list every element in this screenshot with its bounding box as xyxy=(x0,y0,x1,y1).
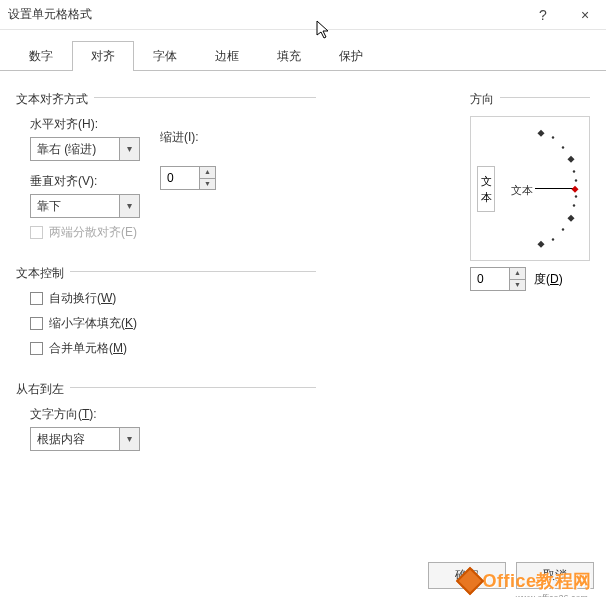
spin-down-icon[interactable]: ▼ xyxy=(200,179,215,190)
group-label-text-alignment: 文本对齐方式 xyxy=(16,91,94,108)
checkbox-shrink-to-fit[interactable]: 缩小字体填充(K) xyxy=(30,315,316,332)
window-title: 设置单元格格式 xyxy=(8,6,522,23)
group-text-alignment: 文本对齐方式 水平对齐(H): 靠右 (缩进) ▾ 缩进(I): xyxy=(16,89,316,257)
combo-horizontal-value: 靠右 (缩进) xyxy=(31,141,119,158)
svg-point-3 xyxy=(552,136,554,138)
checkbox-wrap-text-label: 自动换行(W) xyxy=(49,290,116,307)
tab-protection[interactable]: 保护 xyxy=(320,41,382,71)
checkbox-merge-cells[interactable]: 合并单元格(M) xyxy=(30,340,316,357)
svg-point-6 xyxy=(573,170,575,172)
label-degrees: 度(D) xyxy=(534,271,563,288)
group-label-orientation: 方向 xyxy=(470,91,500,108)
checkbox-justify-distributed: 两端分散对齐(E) xyxy=(30,224,316,241)
checkbox-icon xyxy=(30,226,43,239)
orientation-dial[interactable]: 文本 xyxy=(503,123,583,254)
tab-strip: 数字 对齐 字体 边框 填充 保护 xyxy=(0,30,606,71)
checkbox-shrink-to-fit-label: 缩小字体填充(K) xyxy=(49,315,137,332)
chevron-down-icon: ▾ xyxy=(119,195,139,217)
spinner-orientation-value: 0 xyxy=(471,272,509,286)
ok-button[interactable]: 确定 xyxy=(428,562,506,589)
svg-point-4 xyxy=(562,146,564,148)
svg-point-12 xyxy=(552,238,554,240)
svg-rect-10 xyxy=(567,215,574,222)
watermark-url: www.office26.com xyxy=(516,593,588,597)
spinner-indent-value: 0 xyxy=(161,171,199,185)
orientation-box[interactable]: 文本 文本 xyxy=(470,116,590,261)
checkbox-icon xyxy=(30,292,43,305)
spin-up-icon[interactable]: ▲ xyxy=(510,268,525,280)
titlebar: 设置单元格格式 ? × xyxy=(0,0,606,30)
help-button[interactable]: ? xyxy=(522,7,564,23)
close-button[interactable]: × xyxy=(564,7,606,23)
group-orientation: 方向 文本 文本 xyxy=(470,89,590,291)
tab-border[interactable]: 边框 xyxy=(196,41,258,71)
combo-vertical[interactable]: 靠下 ▾ xyxy=(30,194,140,218)
svg-point-7 xyxy=(575,179,577,181)
combo-text-direction-value: 根据内容 xyxy=(31,431,119,448)
orientation-text-label: 文本 xyxy=(511,184,533,196)
combo-horizontal[interactable]: 靠右 (缩进) ▾ xyxy=(30,137,140,161)
svg-rect-13 xyxy=(537,241,544,248)
group-rtl: 从右到左 文字方向(T): 根据内容 ▾ xyxy=(16,379,316,459)
group-label-rtl: 从右到左 xyxy=(16,381,70,398)
chevron-down-icon: ▾ xyxy=(119,428,139,450)
checkbox-wrap-text[interactable]: 自动换行(W) xyxy=(30,290,316,307)
checkbox-justify-distributed-label: 两端分散对齐(E) xyxy=(49,224,137,241)
svg-rect-1 xyxy=(571,186,578,193)
button-bar: 确定 取消 xyxy=(428,562,594,589)
svg-rect-2 xyxy=(537,130,544,137)
spin-down-icon[interactable]: ▼ xyxy=(510,280,525,291)
label-indent: 缩进(I): xyxy=(160,129,199,146)
group-text-control: 文本控制 自动换行(W) 缩小字体填充(K) 合并单元格(M) xyxy=(16,263,316,373)
svg-point-11 xyxy=(562,228,564,230)
label-horizontal: 水平对齐(H): xyxy=(30,116,98,133)
cancel-button[interactable]: 取消 xyxy=(516,562,594,589)
label-text-direction: 文字方向(T): xyxy=(30,406,316,423)
content-area: 文本对齐方式 水平对齐(H): 靠右 (缩进) ▾ 缩进(I): xyxy=(0,71,606,571)
tab-number[interactable]: 数字 xyxy=(10,41,72,71)
group-label-text-control: 文本控制 xyxy=(16,265,70,282)
spinner-orientation-degrees[interactable]: 0 ▲▼ xyxy=(470,267,526,291)
svg-point-9 xyxy=(573,204,575,206)
svg-point-8 xyxy=(575,195,577,197)
checkbox-merge-cells-label: 合并单元格(M) xyxy=(49,340,127,357)
svg-rect-5 xyxy=(567,156,574,163)
orientation-vertical-text[interactable]: 文本 xyxy=(477,166,495,212)
combo-text-direction[interactable]: 根据内容 ▾ xyxy=(30,427,140,451)
spinner-indent[interactable]: 0 ▲▼ xyxy=(160,166,216,190)
checkbox-icon xyxy=(30,342,43,355)
tab-alignment[interactable]: 对齐 xyxy=(72,41,134,71)
tab-fill[interactable]: 填充 xyxy=(258,41,320,71)
tab-font[interactable]: 字体 xyxy=(134,41,196,71)
combo-vertical-value: 靠下 xyxy=(31,198,119,215)
checkbox-icon xyxy=(30,317,43,330)
spin-up-icon[interactable]: ▲ xyxy=(200,167,215,179)
chevron-down-icon: ▾ xyxy=(119,138,139,160)
